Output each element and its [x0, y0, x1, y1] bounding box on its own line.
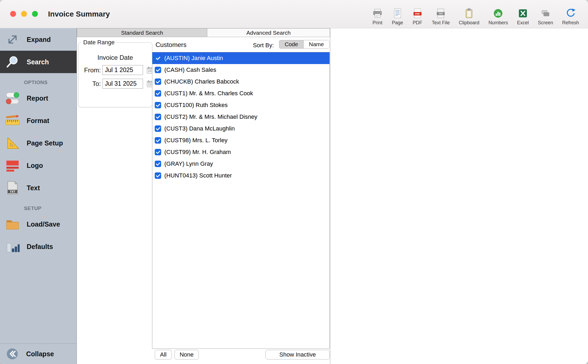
show-inactive-button[interactable]: Show Inactive [265, 350, 330, 359]
pdf-toolbar-button[interactable]: PDF [412, 8, 423, 26]
customer-label: (CUST98) Mrs. L. Torley [164, 137, 228, 144]
customer-row[interactable]: (AUSTIN) Janie Austin [152, 52, 329, 64]
toolbar-item-label: Numbers [488, 20, 508, 26]
logo-icon [5, 158, 20, 173]
page-toolbar-button[interactable]: Page [392, 8, 403, 26]
search-panel: Standard SearchAdvanced Search Date Rang… [77, 28, 330, 364]
sidebar-item-label: Search [27, 58, 49, 66]
customer-label: (CUST1) Mr. & Mrs. Charles Cook [164, 90, 253, 97]
customer-row[interactable]: (CUST3) Dana McLaughlin [152, 123, 329, 134]
customer-checkbox[interactable] [155, 90, 161, 97]
sidebar-item-defaults[interactable]: Defaults [0, 235, 77, 258]
toolbar-item-label: Page [392, 20, 403, 26]
customer-row[interactable]: (CUST100) Ruth Stokes [152, 99, 329, 111]
numbers-icon [493, 8, 503, 19]
numbers-toolbar-button[interactable]: Numbers [488, 8, 508, 26]
text-icon [5, 180, 20, 196]
sidebar-item-text[interactable]: Text [0, 177, 77, 199]
window-title: Invoice Summary [48, 0, 110, 28]
customer-row[interactable]: (GRAY) Lynn Gray [152, 158, 329, 170]
customer-checkbox[interactable] [155, 161, 161, 167]
select-all-button[interactable]: All [155, 350, 172, 359]
customer-checkbox[interactable] [155, 114, 161, 120]
zoom-window-button[interactable] [32, 11, 38, 17]
customer-checkbox[interactable] [155, 55, 161, 61]
customer-row[interactable]: (HUNT0413) Scott Hunter [152, 170, 329, 181]
search-tabs: Standard SearchAdvanced Search [77, 28, 330, 37]
select-none-button[interactable]: None [174, 350, 199, 359]
sort-by-name-button[interactable]: Name [303, 40, 329, 48]
to-date-row: To: [80, 79, 152, 89]
clipboard-toolbar-button[interactable]: Clipboard [459, 8, 479, 26]
refresh-icon [565, 8, 576, 19]
toolbar-item-label: Text File [432, 20, 450, 26]
customer-checkbox[interactable] [155, 137, 161, 144]
customer-label: (CUST100) Ruth Stokes [164, 102, 228, 109]
report-preview-area [330, 28, 588, 364]
sort-by-label: Sort By: [253, 42, 274, 49]
customer-checkbox[interactable] [155, 67, 161, 73]
sidebar-item-label: Collapse [26, 350, 54, 358]
sidebar-item-label: Logo [27, 162, 43, 169]
tab-advanced-search[interactable]: Advanced Search [207, 28, 330, 37]
sidebar: ExpandSearchOPTIONSReportFormatPage Setu… [0, 28, 77, 364]
toolbar-item-label: Excel [517, 20, 529, 26]
sidebar-item-collapse[interactable]: Collapse [0, 343, 77, 364]
sidebar-item-expand[interactable]: Expand [0, 28, 77, 51]
print-toolbar-button[interactable]: Print [372, 8, 383, 26]
sidebar-item-page-setup[interactable]: Page Setup [0, 132, 77, 154]
customer-row[interactable]: (CUST98) Mrs. L. Torley [152, 134, 329, 146]
sidebar-item-label: Page Setup [27, 139, 63, 147]
customer-label: (GRAY) Lynn Gray [164, 160, 213, 167]
customer-checkbox[interactable] [155, 102, 161, 108]
date-range-legend: Date Range [81, 39, 117, 46]
minimize-window-button[interactable] [21, 11, 27, 17]
close-window-button[interactable] [10, 11, 16, 17]
sidebar-items: ExpandSearchOPTIONSReportFormatPage Setu… [0, 28, 77, 258]
customer-checkbox[interactable] [155, 125, 161, 132]
customer-label: (CHUCKB) Charles Babcock [164, 78, 239, 85]
excel-icon [518, 8, 528, 19]
customer-row[interactable]: (CHUCKB) Charles Babcock [152, 76, 329, 88]
customer-row[interactable]: (CUST99) Mr. H. Graham [152, 146, 329, 158]
screen-toolbar-button[interactable]: Screen [538, 8, 553, 26]
customer-checkbox[interactable] [155, 149, 161, 155]
sort-by-segment: CodeName [279, 40, 329, 49]
sidebar-item-label: Load/Save [27, 220, 60, 228]
tab-standard-search[interactable]: Standard Search [77, 28, 207, 37]
to-date-input[interactable] [102, 79, 143, 89]
from-date-input[interactable] [102, 65, 143, 75]
collapse-icon [5, 347, 19, 361]
toolbar-item-label: Print [372, 20, 382, 26]
sidebar-item-label: Text [27, 184, 40, 192]
from-date-row: From: [80, 65, 152, 75]
customer-label: (CUST2) Mr. & Mrs. Michael Disney [164, 113, 257, 120]
excel-toolbar-button[interactable]: Excel [517, 8, 529, 26]
customer-row[interactable]: (CUST2) Mr. & Mrs. Michael Disney [152, 111, 329, 123]
clipboard-icon [464, 8, 474, 19]
sidebar-item-format[interactable]: Format [0, 109, 77, 132]
expand-icon [5, 32, 20, 47]
customer-row[interactable]: (CUST1) Mr. & Mrs. Charles Cook [152, 88, 329, 99]
refresh-toolbar-button[interactable]: Refresh [562, 8, 579, 26]
toolbar: PrintPagePDFText FileClipboardNumbersExc… [372, 0, 579, 28]
sidebar-item-report[interactable]: Report [0, 87, 77, 109]
date-range-group: Date Range Invoice Date From: To: [78, 42, 152, 107]
customer-checkbox[interactable] [155, 78, 161, 85]
toolbar-item-label: Clipboard [459, 20, 479, 26]
app-window: Invoice Summary PrintPagePDFText FileCli… [0, 0, 588, 364]
to-label: To: [80, 80, 101, 88]
sidebar-item-search[interactable]: Search [0, 51, 77, 73]
customer-checkbox[interactable] [155, 172, 161, 179]
sort-by-code-button[interactable]: Code [279, 40, 303, 48]
page-icon [392, 8, 403, 19]
toolbar-item-label: PDF [413, 20, 422, 26]
customers-header: Customers [156, 41, 186, 49]
text-file-toolbar-button[interactable]: Text File [432, 8, 450, 26]
sidebar-section-header: SETUP [0, 199, 77, 213]
sidebar-item-logo[interactable]: Logo [0, 154, 77, 177]
customer-row[interactable]: (CASH) Cash Sales [152, 64, 329, 76]
customer-label: (CASH) Cash Sales [164, 66, 216, 73]
printer-icon [372, 8, 383, 19]
sidebar-item-load-save[interactable]: Load/Save [0, 213, 77, 235]
